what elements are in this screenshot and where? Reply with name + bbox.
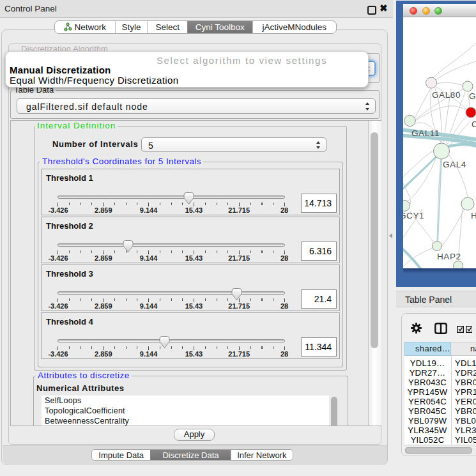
svg-text:H: H [471,211,476,220]
svg-text:GA: GA [469,91,476,101]
svg-text:HAP2: HAP2 [437,252,461,261]
svg-text:GAL11: GAL11 [411,128,440,138]
svg-text:GCY1: GCY1 [403,211,424,220]
svg-text:GAL4: GAL4 [443,160,466,169]
svg-text:GAL80: GAL80 [432,90,461,100]
svg-text:C: C [472,119,476,129]
